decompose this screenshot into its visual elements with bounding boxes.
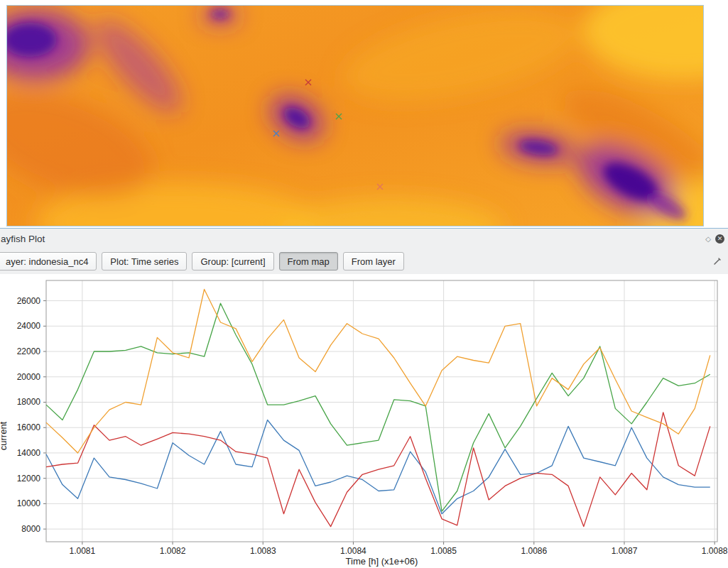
timeseries-chart[interactable]: 8000100001200014000160001800020000220002… xyxy=(0,274,728,568)
layer-select-button[interactable]: ayer: indonesia_nc4 xyxy=(0,252,97,271)
y-tick-label: 20000 xyxy=(17,372,41,382)
y-tick-label: 8000 xyxy=(21,524,40,534)
x-tick-label: 1.0087 xyxy=(612,546,638,556)
plot-toolbar: ayer: indonesia_nc4 Plot: Time series Gr… xyxy=(0,248,728,274)
pen-icon xyxy=(712,256,722,266)
series-blue-line xyxy=(46,420,710,514)
y-tick-label: 18000 xyxy=(17,397,41,407)
plot-type-button[interactable]: Plot: Time series xyxy=(102,252,187,271)
y-tick-label: 24000 xyxy=(17,321,41,331)
panel-header-icons: ◇ ✕ xyxy=(705,234,728,244)
series-orange-line xyxy=(46,290,710,454)
plot-area: 8000100001200014000160001800020000220002… xyxy=(0,274,728,568)
map-view xyxy=(0,0,728,229)
series-green-line xyxy=(46,303,710,511)
float-panel-icon[interactable]: ◇ xyxy=(705,235,711,243)
group-select-button[interactable]: Group: [current] xyxy=(192,252,273,271)
y-tick-label: 26000 xyxy=(17,296,41,306)
y-tick-label: 22000 xyxy=(17,346,41,356)
series-red-line xyxy=(46,413,710,527)
x-tick-label: 1.0083 xyxy=(250,546,276,556)
y-tick-label: 10000 xyxy=(17,498,41,508)
x-axis-title: Time [h] (x1e+06) xyxy=(346,556,418,567)
map-canvas[interactable] xyxy=(6,5,704,226)
x-tick-label: 1.0084 xyxy=(340,546,366,556)
x-tick-label: 1.0086 xyxy=(521,546,547,556)
from-map-button[interactable]: From map xyxy=(279,252,338,271)
raster-layer xyxy=(7,6,703,226)
x-tick-label: 1.0085 xyxy=(430,546,457,556)
y-tick-label: 16000 xyxy=(17,422,41,432)
y-axis-title: current xyxy=(0,421,9,450)
x-tick-label: 1.0088 xyxy=(702,546,728,556)
y-tick-label: 14000 xyxy=(17,448,41,458)
plot-panel-header: ayfish Plot ◇ ✕ xyxy=(0,229,728,248)
close-panel-icon[interactable]: ✕ xyxy=(715,234,724,244)
y-tick-label: 12000 xyxy=(17,474,41,484)
x-tick-label: 1.0081 xyxy=(70,546,96,556)
pick-tool-icon[interactable] xyxy=(712,256,728,266)
panel-title: ayfish Plot xyxy=(1,234,45,244)
x-tick-label: 1.0082 xyxy=(160,546,186,556)
screen: { "panel": { "title": "ayfish Plot", "fl… xyxy=(0,0,728,568)
from-layer-button[interactable]: From layer xyxy=(343,252,404,271)
plot-frame xyxy=(46,280,717,542)
